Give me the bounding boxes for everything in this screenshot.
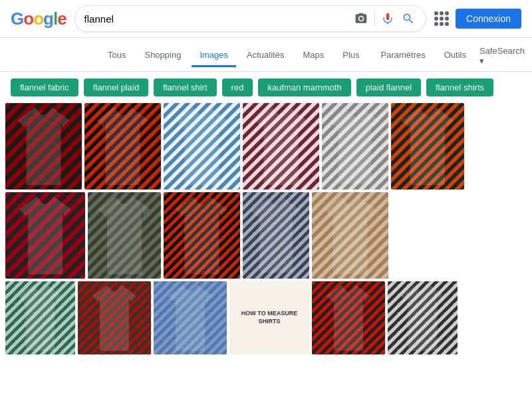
nav-parametres[interactable]: Paramètres [373, 45, 434, 67]
image-row-2 [0, 192, 532, 279]
image-item[interactable] [5, 103, 82, 190]
nav-outils[interactable]: Outils [436, 45, 474, 67]
nav-maps[interactable]: Maps [295, 45, 332, 67]
chip-plaid-flannel[interactable]: plaid flannel [356, 78, 421, 96]
image-item[interactable] [88, 192, 161, 279]
nav-tous[interactable]: Tous [100, 45, 134, 67]
header: Google Connexion [0, 0, 532, 38]
chip-flannel-shirts[interactable]: flannel shirts [426, 78, 493, 96]
divider [374, 11, 375, 26]
connexion-button[interactable]: Connexion [456, 9, 521, 29]
camera-icon [354, 12, 368, 25]
search-icon [402, 12, 415, 25]
image-item[interactable] [312, 192, 388, 279]
safesearch-button[interactable]: SafeSearch ▾ [477, 41, 527, 71]
chip-red[interactable]: red [222, 78, 253, 96]
image-item[interactable] [322, 103, 388, 190]
search-input[interactable] [84, 13, 348, 25]
nav-shopping[interactable]: Shopping [136, 45, 189, 67]
chip-flannel-fabric[interactable]: flannel fabric [11, 78, 78, 96]
chip-flannel-plaid[interactable]: flannel plaid [84, 78, 148, 96]
google-logo: Google [11, 9, 66, 29]
image-item[interactable] [164, 192, 240, 279]
image-item[interactable] [154, 281, 227, 354]
image-item[interactable] [5, 281, 75, 354]
image-item[interactable] [84, 103, 161, 190]
mic-icon [382, 11, 394, 26]
image-item[interactable] [78, 281, 151, 354]
image-item[interactable] [312, 281, 385, 354]
chip-flannel-shirt[interactable]: flannel shirt [154, 78, 216, 96]
chips-bar: flannel fabricflannel plaidflannel shirt… [0, 72, 532, 103]
image-row-3: HOW TO MEASURE SHIRTS [0, 281, 532, 354]
nav-images[interactable]: Images [192, 45, 236, 67]
image-row-1 [0, 103, 532, 190]
nav-plus[interactable]: Plus [334, 45, 367, 67]
image-item[interactable] [243, 103, 319, 190]
image-item[interactable] [391, 103, 464, 190]
image-item[interactable] [243, 192, 309, 279]
search-button[interactable] [400, 11, 416, 27]
mic-button[interactable] [380, 10, 395, 27]
header-right: Connexion [434, 9, 521, 29]
image-item[interactable] [5, 192, 85, 279]
chip-kaufman-mammoth[interactable]: kaufman mammoth [258, 78, 350, 96]
image-item[interactable]: HOW TO MEASURE SHIRTS [229, 281, 309, 354]
image-item[interactable] [388, 281, 458, 354]
nav-bar: Tous Shopping Images Actualités Maps Plu… [0, 38, 532, 72]
image-item[interactable] [164, 103, 240, 190]
apps-button[interactable] [434, 11, 449, 26]
search-bar [74, 5, 426, 32]
camera-button[interactable] [353, 11, 369, 27]
nav-actualites[interactable]: Actualités [239, 45, 292, 67]
